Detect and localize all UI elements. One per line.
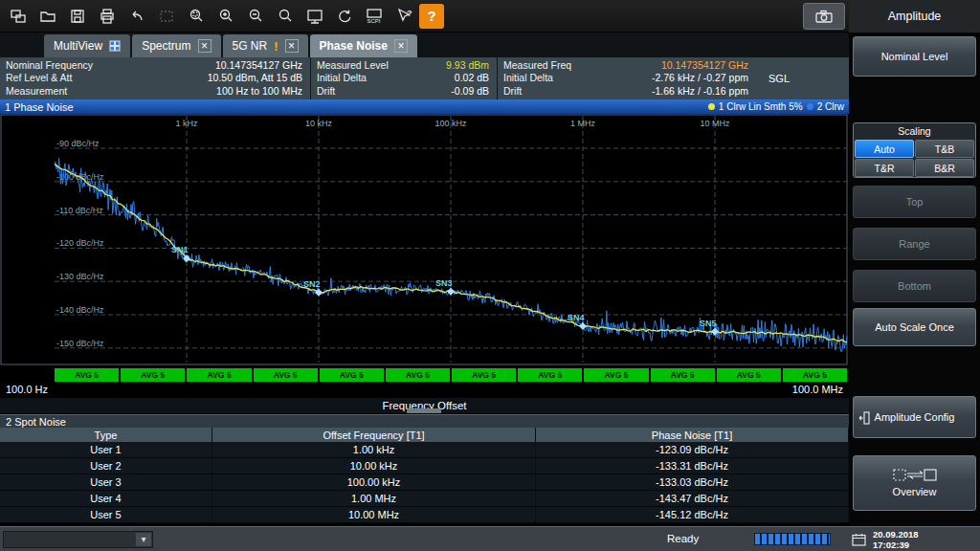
chevron-down-icon[interactable]: ▾: [136, 533, 151, 546]
column-header-offset-frequency: Offset Frequency [T1]: [212, 428, 536, 442]
refresh-icon[interactable]: [330, 3, 358, 30]
svg-text:SN1: SN1: [171, 245, 189, 254]
top-button[interactable]: Top: [853, 186, 976, 218]
window-arrange-icon[interactable]: [4, 3, 32, 30]
config-panel-icon: [858, 410, 870, 426]
info-column-frequency: Nominal Frequency10.147354127 GHz Ref Le…: [0, 57, 311, 99]
svg-text:SN3: SN3: [435, 278, 453, 288]
scaling-tb-button[interactable]: T&B: [915, 140, 974, 158]
nominal-level-button[interactable]: Nominal Level: [853, 36, 976, 77]
auto-scale-once-button[interactable]: Auto Scale Once: [853, 308, 976, 346]
x-axis-title-bar: Frequency Offset: [0, 398, 849, 413]
avg-segment: AVG 5: [584, 368, 648, 382]
x-axis-stop-label: 100.0 MHz: [792, 384, 843, 395]
svg-text:-90 dBc/Hz: -90 dBc/Hz: [56, 139, 100, 148]
calendar-icon: [852, 533, 866, 546]
trace1-dot-icon: [708, 103, 715, 110]
amplitude-config-button[interactable]: Amplitude Config: [853, 396, 976, 438]
tab-multiview[interactable]: MultiView: [44, 34, 130, 57]
help-icon[interactable]: ?: [419, 4, 444, 29]
info-column-measured-freq: Measured Freq10.147354127 GHz Initial De…: [498, 57, 849, 99]
avg-segment: AVG 5: [717, 368, 781, 382]
svg-text:-130 dBc/Hz: -130 dBc/Hz: [56, 272, 104, 281]
close-icon[interactable]: ×: [394, 39, 408, 53]
context-help-icon[interactable]: ?: [390, 3, 417, 30]
softkey-sidebar: Nominal Level Scaling Auto T&B T&R B&R T…: [849, 33, 980, 526]
zoom-in-icon[interactable]: [212, 3, 239, 30]
close-icon[interactable]: ×: [198, 39, 212, 53]
tab-phase-noise[interactable]: Phase Noise ×: [310, 34, 417, 57]
avg-segment: AVG 5: [452, 368, 516, 382]
avg-segment: AVG 5: [783, 368, 847, 382]
spot-noise-table: User 11.00 kHz-123.09 dBc/Hz User 210.00…: [0, 442, 849, 523]
sidebar-menu-title: Amplitude: [849, 0, 980, 33]
column-header-phase-noise: Phase Noise [T1]: [536, 428, 849, 442]
average-count-bar: AVG 5AVG 5AVG 5AVG 5AVG 5AVG 5AVG 5AVG 5…: [55, 368, 847, 382]
trace2-dot-icon: [807, 103, 813, 110]
toolbar: SCPI ? ?: [0, 0, 849, 33]
scpi-recorder-icon[interactable]: SCPI: [360, 3, 388, 30]
phase-noise-plot[interactable]: -90 dBc/Hz-100 dBc/Hz-110 dBc/Hz-120 dBc…: [0, 114, 849, 365]
x-axis-start-label: 100.0 Hz: [6, 384, 48, 395]
spot-noise-window-titlebar: 2 Spot Noise: [0, 414, 849, 428]
x-axis-range: 100.0 Hz 100.0 MHz: [0, 384, 849, 398]
svg-text:10 MHz: 10 MHz: [700, 119, 730, 128]
progress-fill: [755, 534, 830, 544]
open-file-icon[interactable]: [33, 3, 61, 30]
range-button[interactable]: Range: [853, 228, 976, 260]
camera-button[interactable]: [803, 3, 845, 30]
avg-segment: AVG 5: [121, 368, 185, 382]
status-bar: ▾ Ready 20.09.2018 17:02:39: [0, 526, 980, 551]
bottom-button[interactable]: Bottom: [853, 270, 976, 302]
display-frame-icon[interactable]: [301, 3, 328, 30]
svg-text:1 kHz: 1 kHz: [175, 119, 198, 128]
spot-noise-header-row: Type Offset Frequency [T1] Phase Noise […: [0, 428, 849, 442]
scaling-tr-button[interactable]: T&R: [855, 159, 914, 177]
zoom-out-icon[interactable]: [241, 3, 269, 30]
avg-segment: AVG 5: [518, 368, 582, 382]
table-row[interactable]: User 210.00 kHz-133.31 dBc/Hz: [0, 458, 849, 474]
channel-tab-bar: MultiView Spectrum × 5G NR ! × Phase Noi…: [0, 33, 849, 57]
search-icon[interactable]: [271, 3, 299, 30]
tab-5g-nr[interactable]: 5G NR ! ×: [223, 34, 308, 57]
undo-icon[interactable]: [122, 3, 150, 30]
date-time-display: 20.09.2018 17:02:39: [873, 529, 919, 550]
measurement-info-panel: Nominal Frequency10.147354127 GHz Ref Le…: [0, 57, 849, 99]
svg-text:-140 dBc/Hz: -140 dBc/Hz: [56, 305, 104, 315]
save-icon[interactable]: [63, 3, 91, 30]
table-row[interactable]: User 11.00 kHz-123.09 dBc/Hz: [0, 442, 849, 458]
scaling-br-button[interactable]: B&R: [915, 159, 974, 177]
print-icon[interactable]: [93, 3, 121, 30]
message-dropdown[interactable]: ▾: [3, 531, 153, 548]
svg-text:-150 dBc/Hz: -150 dBc/Hz: [56, 339, 104, 348]
trace-legend: 1 Clrw Lin Smth 5% 2 Clrw: [708, 101, 844, 112]
svg-text:1 MHz: 1 MHz: [570, 119, 596, 128]
info-column-level: Measured Level9.93 dBm Initial Delta0.02…: [311, 57, 498, 99]
scaling-label: Scaling: [854, 123, 975, 139]
svg-text:SN5: SN5: [700, 319, 717, 328]
scaling-auto-button[interactable]: Auto: [855, 140, 914, 158]
splitter-handle[interactable]: [407, 408, 441, 413]
overview-button[interactable]: Overview: [853, 455, 976, 511]
svg-text:SN4: SN4: [568, 313, 585, 322]
selection-off-icon[interactable]: [152, 3, 180, 30]
svg-text:?: ?: [407, 9, 412, 18]
svg-text:SN2: SN2: [303, 279, 321, 289]
avg-segment: AVG 5: [254, 368, 318, 382]
phase-noise-window-titlebar: 1 Phase Noise 1 Clrw Lin Smth 5% 2 Clrw: [0, 99, 849, 114]
svg-text:10 kHz: 10 kHz: [305, 119, 333, 128]
zoom-area-icon[interactable]: [182, 3, 210, 30]
table-row[interactable]: User 3100.00 kHz-133.03 dBc/Hz: [0, 474, 849, 491]
phase-noise-diagram[interactable]: -90 dBc/Hz-100 dBc/Hz-110 dBc/Hz-120 dBc…: [0, 114, 849, 365]
table-row[interactable]: User 510.00 MHz-145.12 dBc/Hz: [0, 507, 849, 523]
avg-segment: AVG 5: [187, 368, 251, 382]
overview-flow-icon: [893, 468, 937, 482]
close-icon[interactable]: ×: [285, 39, 299, 53]
table-row[interactable]: User 41.00 MHz-143.47 dBc/Hz: [0, 491, 849, 507]
single-sweep-badge: SGL: [768, 73, 790, 84]
column-header-type: Type: [0, 428, 212, 442]
svg-text:-120 dBc/Hz: -120 dBc/Hz: [56, 238, 104, 248]
warning-icon: !: [274, 39, 278, 54]
avg-segment: AVG 5: [386, 368, 450, 382]
tab-spectrum[interactable]: Spectrum ×: [132, 34, 220, 57]
